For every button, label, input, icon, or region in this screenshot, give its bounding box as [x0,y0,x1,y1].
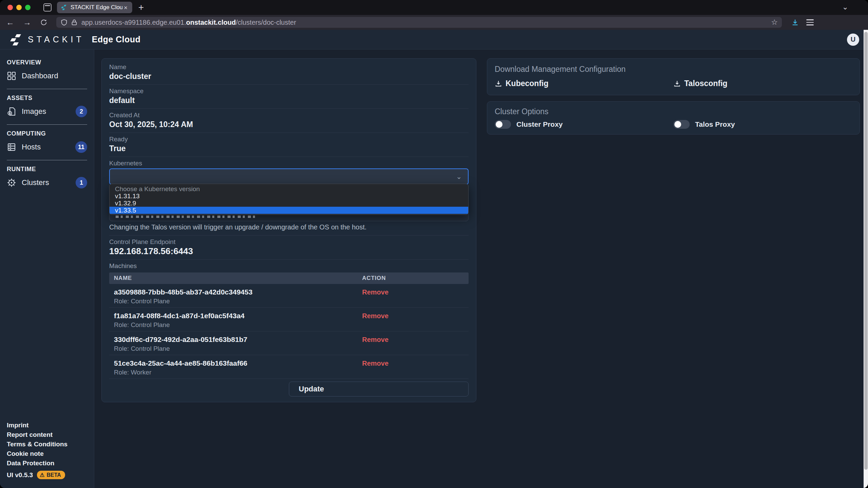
footer-link-imprint[interactable]: Imprint [7,421,87,430]
talosconfig-label: Talosconfig [684,79,727,88]
shield-permissions-icon[interactable] [60,19,68,26]
talos-version-note: Changing the Talos version will trigger … [109,223,367,231]
close-window-button[interactable] [7,5,13,10]
update-button[interactable]: Update [289,382,469,396]
new-tab-button[interactable]: + [138,2,144,13]
forward-button[interactable]: → [23,18,31,27]
machine-row: a3509888-7bbb-48b5-ab37-a42d0c349453 Rol… [109,284,469,308]
menu-hamburger-icon[interactable] [806,19,814,25]
ui-version: UI v0.5.3 [7,471,33,479]
machine-role: Role: Control Plane [114,345,362,352]
list-tabs-chevron-icon[interactable]: ⌄ [842,3,848,12]
sidebar-divider [7,124,87,125]
reload-icon[interactable] [40,19,47,26]
talos-selected-value-clipped [116,216,258,218]
lock-icon[interactable] [71,19,78,26]
machine-name: 51ce3c4a-25ac-4a44-ae85-86b163faaf66 [114,359,362,367]
kubeconfig-download-button[interactable]: Kubeconfig [495,79,549,88]
talos-proxy-label: Talos Proxy [695,120,735,128]
column-action: ACTION [362,275,464,282]
minimize-window-button[interactable] [16,5,22,10]
sidebar-item-clusters[interactable]: Clusters 1 [0,175,94,191]
clusters-count-badge: 1 [76,177,87,188]
toggle-knob [674,121,681,128]
browser-tab[interactable]: STACKIT Edge Cloud × [57,2,132,13]
firefox-view-icon[interactable] [43,3,52,12]
field-label: Control Plane Endpoint [109,238,469,246]
beta-badge: ⚠BETA [37,471,65,479]
bookmark-star-icon[interactable]: ☆ [771,18,778,27]
machines-label: Machines [109,260,469,270]
footer-link-terms[interactable]: Terms & Conditions [7,440,87,449]
field-name: Name doc-cluster [109,61,469,85]
close-tab-icon[interactable]: × [122,4,129,11]
footer-link-data-protection[interactable]: Data Protection [7,459,87,468]
cluster-proxy-toggle[interactable] [495,120,511,129]
url-bar[interactable]: app.userdocs-a991186.edge.eu01.onstackit… [56,17,782,28]
download-buttons-row: Kubeconfig Talosconfig [495,79,852,88]
sidebar-item-images[interactable]: Images 2 [0,103,94,120]
talos-proxy-toggle[interactable] [673,120,690,129]
url-domain: onstackit.cloud [186,19,236,26]
sidebar-item-label: Dashboard [22,72,58,80]
right-column: Download Management Configuration Kubeco… [487,58,860,135]
scrollbar-thumb[interactable] [864,32,868,470]
version-row: UI v0.5.3 ⚠BETA [7,471,87,479]
zoom-window-button[interactable] [25,5,31,10]
machine-row: 51ce3c4a-25ac-4a44-ae85-86b163faaf66 Rol… [109,355,469,379]
download-config-card: Download Management Configuration Kubeco… [487,58,860,95]
talosconfig-download-button[interactable]: Talosconfig [673,79,727,88]
dropdown-option-highlighted[interactable]: v1.33.5 [110,207,468,214]
field-value: True [109,144,469,153]
sidebar-item-dashboard[interactable]: Dashboard [0,68,94,84]
machine-role: Role: Worker [114,369,362,376]
field-label: Namespace [109,87,469,95]
column-name: NAME [114,275,362,282]
stackit-app: STACKIT Edge Cloud U OVERVIEW Dashboard … [0,30,868,488]
sidebar-footer: Imprint Report content Terms & Condition… [0,421,94,479]
page-scrollbar[interactable] [864,30,868,488]
field-value: Oct 30, 2025, 10:24 AM [109,120,469,129]
dropdown-option[interactable]: v1.31.13 [110,192,468,200]
downloads-icon[interactable] [791,19,799,26]
machine-row: f1a81a74-08f8-4dc1-a87d-1ef0ac5f43a4 Rol… [109,308,469,331]
sidebar-item-label: Images [22,107,46,116]
update-row: Update [109,379,469,402]
sidebar-item-label: Hosts [22,143,41,151]
remove-machine-button[interactable]: Remove [362,336,464,344]
machine-role: Role: Control Plane [114,298,362,305]
machine-name: 330dff6c-d792-492d-a2aa-051fe63b81b7 [114,336,362,344]
sidebar: OVERVIEW Dashboard ASSETS Images 2 [0,49,94,488]
beta-label: BETA [46,472,61,478]
window-controls [7,5,31,10]
sidebar-item-hosts[interactable]: Hosts 11 [0,139,94,155]
warning-icon: ⚠ [40,472,44,478]
machines-table-header: NAME ACTION [109,272,469,284]
kubernetes-version-select[interactable]: ⌄ [109,168,469,185]
user-avatar[interactable]: U [847,34,859,46]
kubeconfig-label: Kubeconfig [506,79,549,88]
app-body: OVERVIEW Dashboard ASSETS Images 2 [0,49,868,488]
machine-role: Role: Control Plane [114,321,362,329]
remove-machine-button[interactable]: Remove [362,288,464,296]
cluster-options-card: Cluster Options Cluster Proxy Talos Prox… [487,101,860,135]
footer-link-cookie-note[interactable]: Cookie note [7,449,87,459]
footer-link-report-content[interactable]: Report content [7,430,87,440]
kubernetes-label: Kubernetes [109,160,142,167]
chevron-down-icon: ⌄ [456,172,462,181]
sidebar-section-overview: OVERVIEW [7,59,87,67]
tab-title: STACKIT Edge Cloud [71,4,122,11]
cluster-detail-card: Name doc-cluster Namespace default Creat… [101,58,476,402]
remove-machine-button[interactable]: Remove [362,359,464,367]
app-header: STACKIT Edge Cloud U [0,30,868,49]
dropdown-placeholder: Choose a Kubernetes version [110,185,468,192]
remove-machine-button[interactable]: Remove [362,312,464,320]
field-value: 192.168.178.56:6443 [109,246,469,256]
dropdown-option[interactable]: v1.32.9 [110,200,468,207]
machine-name: f1a81a74-08f8-4dc1-a87d-1ef0ac5f43a4 [114,312,362,320]
cluster-options-title: Cluster Options [495,107,852,116]
images-icon [7,107,16,116]
field-ready: Ready True [109,133,469,157]
back-button[interactable]: ← [6,18,14,27]
field-created-at: Created At Oct 30, 2025, 10:24 AM [109,109,469,133]
